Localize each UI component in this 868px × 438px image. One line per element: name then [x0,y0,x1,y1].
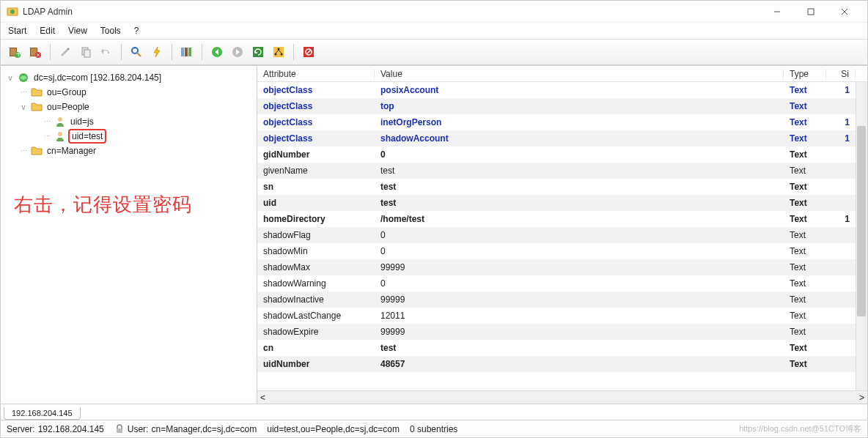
cell-value: 99999 [375,294,784,305]
books-icon[interactable] [177,42,196,62]
svg-line-18 [137,53,141,56]
cell-type: Text [784,198,826,208]
grid-row[interactable]: shadowLastChange12011Text [257,308,867,324]
tree-item-people[interactable]: v ou=People [5,100,252,114]
grid-row[interactable]: givenNametestText [257,163,867,179]
grid-row[interactable]: objectClasstopText [257,98,867,114]
toolbar-sep [202,44,202,60]
status-subentries: 0 subentries [410,424,457,434]
close-button[interactable] [828,1,861,23]
statusbar: Server: 192.168.204.145 User: cn=Manager… [1,420,867,437]
cell-attribute: sn [257,182,375,192]
cell-type: Text [784,85,826,95]
horizontal-scrollbar[interactable]: < > [257,390,867,404]
copy-icon[interactable] [76,42,95,62]
status-user: User: cn=Manager,dc=sj,dc=com [114,424,257,434]
cell-type: Text [784,117,826,127]
menu-start[interactable]: Start [8,26,26,36]
minimize-button[interactable] [760,1,794,23]
connection-tab[interactable]: 192.168.204.145 [4,407,81,420]
edit-icon[interactable] [56,42,75,62]
stop-icon[interactable] [299,42,318,62]
grid-row[interactable]: objectClassshadowAccountText1 [257,130,867,146]
tree-item-group[interactable]: ⋯ ou=Group [5,85,252,100]
grid-row[interactable]: gidNumber0Text [257,146,867,163]
cell-attribute: shadowWarning [257,278,375,289]
tree-icon[interactable] [269,42,288,62]
status-dn-value: uid=test,ou=People,dc=sj,dc=com [267,424,400,434]
grid-row[interactable]: shadowMax99999Text [257,259,867,275]
cell-attribute: homeDirectory [257,214,375,224]
globe-icon [18,72,29,83]
grid-body[interactable]: objectClassposixAccountText1objectClasst… [257,82,867,390]
grid-row[interactable]: uidtestText [257,195,867,211]
undo-icon[interactable] [97,42,116,62]
header-value[interactable]: Value [375,69,784,79]
folder-icon [31,101,43,113]
menu-view[interactable]: View [68,26,87,36]
tree-item-manager[interactable]: ⋯ cn=Manager [5,144,252,158]
grid-row[interactable]: shadowFlag0Text [257,227,867,243]
cell-type: Text [784,294,826,305]
menu-tools[interactable]: Tools [100,26,121,36]
scrollbar-thumb[interactable] [857,126,866,316]
bolt-icon[interactable] [147,42,166,62]
cell-type: Text [784,166,826,176]
cell-type: Text [784,101,826,111]
svg-point-35 [58,117,62,122]
cell-type: Text [784,214,826,224]
cell-type: Text [784,343,826,353]
tree-item-uid-test[interactable]: ⋯ uid=test [5,129,252,144]
svg-rect-20 [185,48,188,56]
directory-tree[interactable]: v dc=sj,dc=com [192.168.204.145] ⋯ ou=Gr… [2,69,255,160]
scroll-left-icon[interactable]: < [260,393,265,403]
grid-row[interactable]: cntestText [257,340,867,356]
cell-type: Text [784,182,826,192]
cell-attribute: shadowInactive [257,294,375,305]
header-type[interactable]: Type [784,69,826,79]
cell-value: test [375,182,784,192]
expand-toggle[interactable]: v [5,74,15,82]
titlebar: LDAP Admin [1,1,867,23]
cell-attribute: objectClass [257,117,375,127]
grid-row[interactable]: objectClassposixAccountText1 [257,82,867,98]
tree-item-uid-js[interactable]: ⋯ uid=js [5,114,252,129]
grid-row[interactable]: shadowWarning0Text [257,275,867,292]
svg-rect-24 [253,47,263,57]
cell-attribute: uid [257,198,375,208]
tree-connector: ⋯ [42,118,52,125]
cell-value: 0 [375,246,784,256]
tree-pane: v dc=sj,dc=com [192.168.204.145] ⋯ ou=Gr… [1,65,257,404]
menu-help[interactable]: ? [134,26,139,36]
scroll-right-icon[interactable]: > [859,393,864,403]
grid-row[interactable]: objectClassinetOrgPersonText1 [257,114,867,130]
tree-root[interactable]: v dc=sj,dc=com [192.168.204.145] [5,70,252,85]
refresh-icon[interactable] [249,42,268,62]
menu-edit[interactable]: Edit [40,26,55,36]
book-delete-icon[interactable] [26,42,45,62]
toolbar-sep [172,44,172,60]
book-add-icon[interactable]: + [5,42,24,62]
search-icon[interactable] [127,42,146,62]
cell-value: 0 [375,278,784,289]
grid-row[interactable]: shadowInactive99999Text [257,292,867,308]
grid-row[interactable]: shadowExpire99999Text [257,324,867,340]
back-icon[interactable] [207,42,227,62]
cell-attribute: shadowMin [257,246,375,256]
grid-row[interactable]: uidNumber48657Text [257,356,867,372]
forward-icon[interactable] [228,42,247,62]
maximize-button[interactable] [794,1,828,23]
header-size[interactable]: Si [826,69,856,79]
cell-type: Text [784,246,826,256]
vertical-scrollbar[interactable] [856,82,867,390]
header-attribute[interactable]: Attribute [257,69,375,79]
tree-label: cn=Manager [45,145,98,157]
grid-row[interactable]: sntestText [257,179,867,195]
grid-row[interactable]: homeDirectory/home/testText1 [257,211,867,227]
tree-label: uid=js [68,116,96,127]
cell-value: test [375,166,784,176]
tree-connector: ⋯ [42,133,52,140]
cell-value: 48657 [375,359,784,369]
grid-row[interactable]: shadowMin0Text [257,243,867,259]
expand-toggle[interactable]: v [18,103,29,111]
